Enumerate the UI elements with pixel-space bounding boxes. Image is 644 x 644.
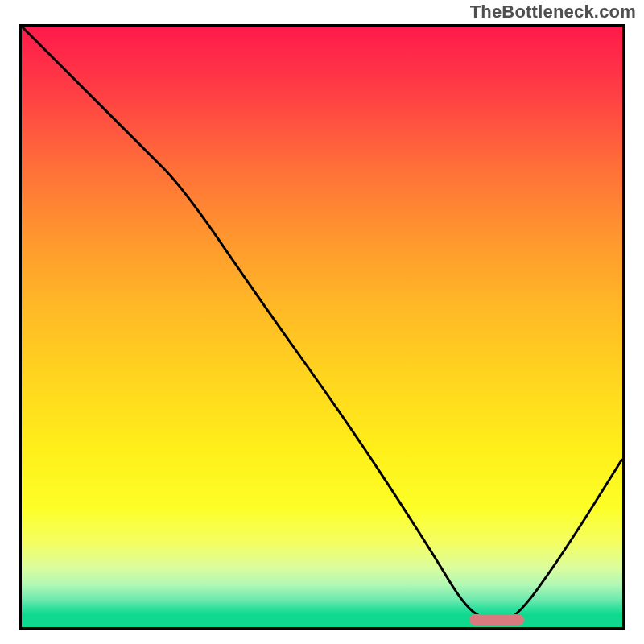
chart-container: TheBottleneck.com bbox=[0, 0, 644, 644]
watermark-text: TheBottleneck.com bbox=[470, 2, 636, 23]
plot-area bbox=[19, 24, 625, 630]
optimal-range-marker bbox=[469, 614, 524, 625]
bottleneck-curve bbox=[22, 27, 622, 627]
curve-path bbox=[22, 27, 622, 621]
